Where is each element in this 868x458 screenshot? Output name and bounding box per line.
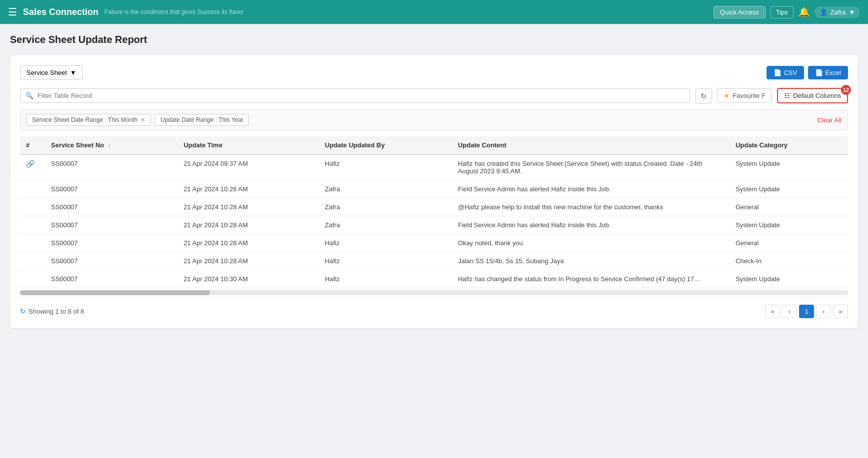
table-row: SS0000721 Apr 2024 10:28 AMZafraField Se… <box>20 216 848 234</box>
cell-update-time: 21 Apr 2024 10:30 AM <box>177 270 319 288</box>
user-name: Zafra <box>831 8 846 16</box>
cell-sheet-no: SS00007 <box>45 216 177 234</box>
tips-button[interactable]: Tips <box>771 6 794 18</box>
showing-text: ↻ Showing 1 to 8 of 8 <box>20 308 84 315</box>
cell-content: Hafiz has changed the status from In Pro… <box>452 270 729 288</box>
chevron-down-icon: ▼ <box>849 8 855 16</box>
prev-page-button[interactable]: ‹ <box>782 305 797 318</box>
clear-all-button[interactable]: Clear All <box>818 116 842 124</box>
cell-sheet-no: SS00007 <box>45 252 177 270</box>
report-card: Service Sheet ▼ 📄 CSV 📄 Excel 🔍 <box>10 55 858 328</box>
cell-updated-by: Hafiz <box>319 234 452 252</box>
table-row: SS0000721 Apr 2024 10:28 AMHafizJalan SS… <box>20 252 848 270</box>
update-date-filter-tag: Update Date Range : This Year <box>155 114 249 126</box>
nav-left: ☰ Sales Connection Failure is the condim… <box>8 6 244 18</box>
col-content: Update Content <box>452 136 729 154</box>
refresh-button[interactable]: ↻ <box>695 88 712 103</box>
columns-badge: 12 <box>841 85 851 95</box>
table-row: SS0000721 Apr 2024 10:28 AMHafizOkay not… <box>20 234 848 252</box>
first-page-button[interactable]: « <box>765 305 780 318</box>
toolbar-row: Service Sheet ▼ 📄 CSV 📄 Excel <box>20 65 848 80</box>
table-row: 🔗SS0000721 Apr 2024 09:37 AMHafizHafiz h… <box>20 154 848 180</box>
open-link-icon[interactable]: 🔗 <box>26 160 34 168</box>
col-updated-by: Update Updated By <box>319 136 452 154</box>
cell-category: General <box>730 234 848 252</box>
remove-service-sheet-filter-button[interactable]: ✕ <box>140 116 145 123</box>
search-input[interactable] <box>37 92 685 99</box>
filter-tags: Service Sheet Date Range : This Month ✕ … <box>26 114 249 126</box>
sort-icon[interactable]: ↕ <box>108 142 111 148</box>
user-menu[interactable]: 👤 Zafra ▼ <box>815 6 860 18</box>
col-hash: # <box>20 136 45 154</box>
cell-update-time: 21 Apr 2024 10:28 AM <box>177 216 319 234</box>
cell-content: Field Service Admin has alerted Hafiz in… <box>452 216 729 234</box>
refresh-sm-icon[interactable]: ↻ <box>20 308 25 315</box>
columns-grid-icon: ☷ <box>784 92 790 99</box>
cell-sheet-no: SS00007 <box>45 180 177 198</box>
next-page-button[interactable]: › <box>816 305 831 318</box>
cell-updated-by: Hafiz <box>319 252 452 270</box>
table-row: SS0000721 Apr 2024 10:28 AMZafra@Hafiz p… <box>20 198 848 216</box>
cell-updated-by: Zafra <box>319 216 452 234</box>
user-avatar-icon: 👤 <box>820 8 828 16</box>
main-content: Service Sheet Update Report Service Shee… <box>0 24 868 458</box>
showing-label: Showing 1 to 8 of 8 <box>28 308 84 315</box>
favourite-button[interactable]: ★ Favourite F <box>717 88 772 103</box>
report-table: # Service Sheet No ↕ Update Time Update … <box>20 136 848 288</box>
default-columns-button[interactable]: 12 ☷ Default Columns <box>777 88 848 103</box>
filter-row: Service Sheet Date Range : This Month ✕ … <box>20 109 848 130</box>
horizontal-scrollbar[interactable] <box>20 290 848 295</box>
cell-updated-by: Hafiz <box>319 270 452 288</box>
cell-update-time: 21 Apr 2024 10:26 AM <box>177 180 319 198</box>
favourite-label: Favourite F <box>733 92 766 99</box>
row-hash <box>20 234 45 252</box>
csv-button[interactable]: 📄 CSV <box>767 66 804 79</box>
cell-sheet-no: SS00007 <box>45 154 177 180</box>
cell-content: Jalan SS 15/4b, Ss 15, Subang Jaya <box>452 252 729 270</box>
star-icon: ★ <box>724 92 730 99</box>
table-row: SS0000721 Apr 2024 10:26 AMZafraField Se… <box>20 180 848 198</box>
service-sheet-dropdown[interactable]: Service Sheet ▼ <box>20 65 83 80</box>
page-title: Service Sheet Update Report <box>10 34 858 45</box>
default-columns-label: Default Columns <box>793 92 841 99</box>
row-hash: 🔗 <box>20 154 45 180</box>
excel-button[interactable]: 📄 Excel <box>808 66 848 79</box>
top-nav: ☰ Sales Connection Failure is the condim… <box>0 0 868 24</box>
quick-access-button[interactable]: Quick Access <box>714 6 766 18</box>
cell-content: Okay noted, thank you <box>452 234 729 252</box>
cell-sheet-no: SS00007 <box>45 234 177 252</box>
scrollbar-thumb <box>20 290 210 295</box>
excel-file-icon: 📄 <box>815 69 823 76</box>
row-hash <box>20 216 45 234</box>
cell-content: @Hafiz please help to install this new m… <box>452 198 729 216</box>
search-box: 🔍 <box>20 88 690 103</box>
cell-category: System Update <box>730 216 848 234</box>
csv-label: CSV <box>784 69 797 76</box>
cell-sheet-no: SS00007 <box>45 270 177 288</box>
app-tagline: Failure is the condiment that gives Succ… <box>104 8 244 15</box>
excel-label: Excel <box>825 69 841 76</box>
row-hash <box>20 198 45 216</box>
page-1-button[interactable]: 1 <box>799 305 814 318</box>
table-header: # Service Sheet No ↕ Update Time Update … <box>20 136 848 154</box>
dropdown-chevron-icon: ▼ <box>70 69 76 76</box>
cell-sheet-no: SS00007 <box>45 198 177 216</box>
bell-icon: 🔔 <box>799 7 810 17</box>
cell-category: System Update <box>730 180 848 198</box>
update-date-filter-label: Update Date Range : This Year <box>160 116 243 123</box>
cell-updated-by: Zafra <box>319 180 452 198</box>
search-icon: 🔍 <box>25 92 33 99</box>
cell-update-time: 21 Apr 2024 09:37 AM <box>177 154 319 180</box>
cell-category: General <box>730 198 848 216</box>
last-page-button[interactable]: » <box>833 305 848 318</box>
cell-updated-by: Zafra <box>319 198 452 216</box>
cell-content: Hafiz has created this Service Sheet (Se… <box>452 154 729 180</box>
hamburger-icon[interactable]: ☰ <box>8 6 17 18</box>
service-sheet-filter-label: Service Sheet Date Range : This Month <box>32 116 137 123</box>
row-hash <box>20 252 45 270</box>
notifications-bell[interactable]: 🔔 <box>799 6 810 17</box>
search-row: 🔍 ↻ ★ Favourite F 12 ☷ Default Columns <box>20 88 848 103</box>
cell-content: Field Service Admin has alerted Hafiz in… <box>452 180 729 198</box>
csv-file-icon: 📄 <box>774 69 782 76</box>
cell-category: Check-In <box>730 252 848 270</box>
